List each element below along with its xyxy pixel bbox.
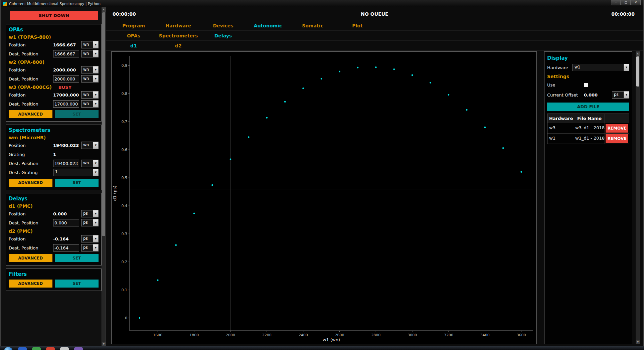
tab-delays[interactable]: Delays	[201, 33, 246, 38]
delay-correction-plot[interactable]: 1600180020002200240026002800300032003400…	[111, 51, 537, 344]
start-button[interactable]	[4, 347, 13, 350]
svg-text:0: 0	[125, 316, 127, 320]
status-bar: 00:00:00 NO QUEUE 00:00:00	[106, 7, 643, 21]
chevron-down-icon[interactable]: ▼	[93, 66, 98, 73]
main-scrollbar[interactable]: ▲ ▼	[636, 51, 640, 344]
svg-text:3200: 3200	[444, 333, 453, 337]
scroll-down-icon[interactable]: ▼	[102, 342, 106, 346]
scrollbar-thumb[interactable]	[636, 56, 639, 86]
dest-position-label: Dest. Position	[9, 76, 53, 81]
units-select[interactable]: wn▼	[81, 100, 99, 108]
chevron-down-icon[interactable]: ▼	[93, 50, 98, 57]
dest-position-input[interactable]	[53, 50, 79, 57]
chevron-down-icon[interactable]: ▼	[93, 160, 98, 167]
units-select[interactable]: ps▼	[81, 219, 99, 226]
taskbar-icon[interactable]	[74, 347, 83, 350]
chevron-down-icon[interactable]: ▼	[93, 101, 98, 107]
units-select[interactable]: wn▼	[81, 50, 99, 57]
maximize-button[interactable]: ▢	[621, 0, 631, 5]
units-select[interactable]: ps▼	[81, 244, 99, 251]
dest-position-input[interactable]	[53, 160, 79, 167]
units-select[interactable]: wn▼	[81, 66, 99, 73]
chevron-down-icon[interactable]: ▼	[93, 244, 98, 251]
set-button[interactable]: SET	[55, 179, 99, 187]
offset-units-select[interactable]: ps▼	[612, 91, 629, 99]
advanced-button[interactable]: ADVANCED	[9, 280, 52, 288]
position-value: 19400.023	[53, 143, 79, 148]
minimize-button[interactable]: ─	[611, 0, 621, 5]
units-select[interactable]: wn▼	[81, 91, 99, 99]
chevron-down-icon[interactable]: ▼	[93, 169, 98, 176]
scroll-up-icon[interactable]: ▲	[636, 51, 640, 56]
add-file-button[interactable]: ADD FILE	[547, 103, 629, 111]
advanced-button[interactable]: ADVANCED	[9, 254, 52, 262]
chevron-down-icon[interactable]: ▼	[93, 210, 98, 217]
shutdown-button[interactable]: SHUT DOWN	[10, 11, 98, 20]
tab-hardware[interactable]: Hardware	[156, 23, 201, 28]
units-select[interactable]: wn▼	[81, 160, 99, 167]
remove-file-button[interactable]: REMOVE	[606, 134, 628, 143]
svg-text:0.7: 0.7	[122, 120, 128, 124]
advanced-button[interactable]: ADVANCED	[9, 179, 52, 187]
svg-text:0.5: 0.5	[122, 176, 128, 180]
table-row: w1 w1_d1 - 2018- REMOVE	[547, 134, 629, 144]
taskbar-icon[interactable]	[46, 347, 55, 350]
svg-text:d1 (ps): d1 (ps)	[112, 186, 117, 201]
units-select[interactable]: wn▼	[81, 142, 99, 149]
dest-grating-select[interactable]: 1▼	[53, 169, 99, 176]
dest-grating-label: Dest. Grating	[9, 170, 51, 175]
units-select[interactable]: wn▼	[81, 75, 99, 82]
set-button[interactable]: SET	[55, 110, 99, 118]
tab-d2[interactable]: d2	[156, 43, 201, 48]
taskbar-icon[interactable]	[18, 347, 27, 350]
taskbar-icon[interactable]	[60, 347, 69, 350]
tab-plot[interactable]: Plot	[335, 23, 380, 28]
tab-somatic[interactable]: Somatic	[290, 23, 335, 28]
chevron-down-icon[interactable]: ▼	[93, 75, 98, 82]
units-select[interactable]: wn▼	[81, 41, 99, 48]
chevron-down-icon[interactable]: ▼	[624, 64, 629, 71]
table-header-row: Hardware File Name	[547, 114, 629, 123]
window-title: Coherent Multidimensional Spectroscopy |…	[9, 2, 101, 6]
queue-clock: 00:00:00	[611, 11, 635, 17]
close-button[interactable]: ✕	[631, 0, 641, 5]
set-button[interactable]: SET	[55, 280, 99, 288]
tab-spectrometers[interactable]: Spectrometers	[156, 33, 201, 38]
scatter-plot-svg: 1600180020002200240026002800300032003400…	[112, 52, 536, 344]
filters-header: Filters	[9, 271, 99, 277]
tab-autonomic[interactable]: Autonomic	[246, 23, 290, 28]
chevron-down-icon[interactable]: ▼	[624, 92, 629, 98]
units-select[interactable]: ps▼	[81, 210, 99, 217]
chevron-down-icon[interactable]: ▼	[93, 41, 98, 48]
scroll-down-icon[interactable]: ▼	[636, 340, 640, 344]
scroll-up-icon[interactable]: ▲	[102, 7, 106, 12]
set-button[interactable]: SET	[55, 254, 99, 262]
tab-devices[interactable]: Devices	[201, 23, 246, 28]
advanced-button[interactable]: ADVANCED	[9, 110, 52, 118]
chevron-down-icon[interactable]: ▼	[93, 235, 98, 242]
dest-position-input[interactable]	[53, 100, 79, 108]
tab-program[interactable]: Program	[111, 23, 156, 28]
svg-text:2200: 2200	[262, 333, 272, 337]
taskbar	[0, 346, 644, 350]
tabbar-hardware-type: OPAs Spectrometers Delays	[106, 31, 643, 41]
use-checkbox[interactable]	[584, 83, 588, 87]
chevron-down-icon[interactable]: ▼	[93, 142, 98, 149]
dest-position-input[interactable]	[53, 244, 79, 251]
row-hardware: w3	[547, 123, 574, 133]
runtime-clock: 00:00:00	[113, 11, 136, 17]
scrollbar-thumb[interactable]	[102, 12, 105, 236]
filters-section: Filters ADVANCED SET	[6, 269, 102, 291]
taskbar-icon[interactable]	[32, 347, 41, 350]
dest-position-input[interactable]	[53, 219, 79, 226]
chevron-down-icon[interactable]: ▼	[93, 92, 98, 98]
hardware-select[interactable]: w1▼	[573, 64, 629, 71]
dest-position-input[interactable]	[53, 75, 79, 82]
chevron-down-icon[interactable]: ▼	[93, 219, 98, 226]
tab-d1[interactable]: d1	[111, 43, 156, 48]
remove-file-button[interactable]: REMOVE	[606, 124, 628, 133]
sidebar-scrollbar[interactable]: ▲ ▼	[102, 7, 106, 346]
current-offset-value: 0.000	[584, 93, 610, 98]
tab-opas[interactable]: OPAs	[111, 33, 156, 38]
units-select[interactable]: ps▼	[81, 235, 99, 242]
